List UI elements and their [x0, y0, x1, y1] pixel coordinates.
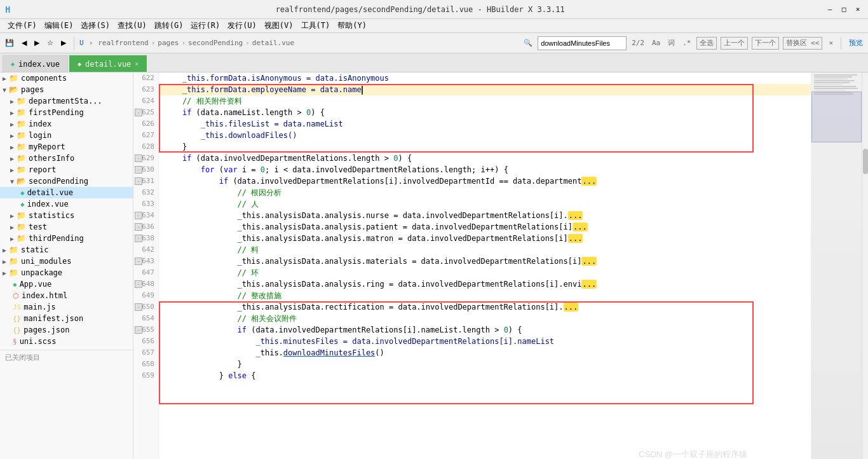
collapse-648[interactable]: -	[135, 280, 142, 288]
sidebar-item-index-vue[interactable]: ◆ index.vue	[0, 198, 133, 210]
breadcrumb-secondpending[interactable]: secondPending	[188, 39, 243, 47]
folder-icon: 📁	[17, 120, 26, 128]
prev-button[interactable]: 上一个	[721, 37, 748, 50]
sidebar-item-uni-modules[interactable]: 📁 uni_modules	[0, 256, 133, 267]
menu-tools[interactable]: 工具(T)	[299, 20, 333, 31]
collapse-638[interactable]: -	[135, 235, 142, 242]
collapse-634[interactable]: -	[135, 212, 142, 219]
sidebar-item-othersinfo[interactable]: 📁 othersInfo	[0, 153, 133, 164]
sidebar-item-thirdpending[interactable]: 📁 thirdPending	[0, 233, 133, 244]
scrollbar-thumb[interactable]	[863, 149, 868, 174]
menu-file[interactable]: 文件(F)	[5, 20, 39, 31]
search-word[interactable]: 词	[665, 38, 677, 48]
search-input[interactable]	[538, 36, 627, 50]
breadcrumb-pages[interactable]: pages	[158, 39, 179, 47]
sidebar-item-secondpending[interactable]: 📂 secondPending	[0, 175, 133, 187]
breadcrumb-realfrontend[interactable]: realfrontend	[98, 39, 148, 47]
menu-jump[interactable]: 跳转(G)	[152, 20, 186, 31]
sidebar-item-main-js[interactable]: JS main.js	[0, 301, 133, 313]
menu-view[interactable]: 视图(V)	[262, 20, 296, 31]
sidebar-item-departmentsta[interactable]: 📁 departmentSta...	[0, 95, 133, 107]
search-regex[interactable]: .*	[680, 39, 693, 47]
select-all-button[interactable]: 全选	[696, 37, 717, 50]
minimap-viewport[interactable]	[811, 92, 862, 142]
html-icon: ⬡	[13, 292, 19, 300]
vertical-scrollbar[interactable]	[862, 72, 868, 459]
collapse-631[interactable]: -	[135, 177, 142, 185]
code-text: _this.downloadFiles()	[164, 130, 297, 141]
sidebar-item-test[interactable]: 📁 test	[0, 221, 133, 233]
toolbar-forward[interactable]: ▶	[32, 36, 42, 51]
scss-icon: §	[13, 338, 17, 346]
tab-index-icon: ◆	[11, 60, 15, 67]
toolbar-bookmark[interactable]: ☆	[44, 36, 56, 51]
sidebar-item-unpackage[interactable]: 📁 unpackage	[0, 267, 133, 278]
sidebar-item-app-vue[interactable]: ◆ App.vue	[0, 278, 133, 290]
line-654: 654	[133, 313, 158, 324]
menu-help[interactable]: 帮助(Y)	[335, 20, 369, 31]
sidebar-item-firstpending[interactable]: 📁 firstPending	[0, 107, 133, 118]
collapse-650[interactable]: -	[135, 303, 142, 311]
sidebar-item-components[interactable]: 📁 components	[0, 72, 133, 84]
sidebar-item-uni-scss[interactable]: § uni.scss	[0, 336, 133, 347]
folder-icon: 📁	[9, 74, 18, 83]
sidebar-item-login[interactable]: 📁 login	[0, 130, 133, 141]
sidebar-item-manifest-json[interactable]: {} manifest.json	[0, 313, 133, 324]
collapse-625[interactable]: -	[135, 109, 142, 116]
sidebar-item-myreport[interactable]: 📁 myReport	[0, 141, 133, 153]
minimap-line	[814, 88, 858, 89]
sep3: ›	[181, 39, 186, 47]
maximize-button[interactable]: □	[839, 4, 849, 15]
code-line-625: if (data.nameList.length > 0) {	[159, 107, 811, 118]
menu-edit[interactable]: 编辑(E)	[42, 20, 76, 31]
toolbar-run[interactable]: ▶	[58, 36, 69, 51]
code-line-632: // 根因分析	[159, 187, 811, 198]
sidebar-item-pages[interactable]: 📂 pages	[0, 84, 133, 95]
sidebar-item-pages-json[interactable]: {} pages.json	[0, 324, 133, 336]
replace-button[interactable]: 替换区 <<	[783, 37, 823, 50]
tab-close-button[interactable]: ×	[135, 60, 139, 67]
collapse-636[interactable]: -	[135, 223, 142, 231]
line-656: 656	[133, 336, 158, 347]
code-line-647: // 环	[159, 267, 811, 278]
vue-icon: ◆	[20, 189, 25, 197]
search-close-button[interactable]: ×	[826, 37, 836, 50]
menu-select[interactable]: 选择(S)	[78, 20, 112, 31]
next-button[interactable]: 下一个	[752, 37, 779, 50]
collapse-643[interactable]: -	[135, 257, 142, 265]
minimize-button[interactable]: —	[825, 4, 835, 15]
code-content[interactable]: _this.formData.isAnonymous = data.isAnon…	[159, 72, 811, 459]
code-line-627: _this.downloadFiles()	[159, 130, 811, 141]
collapse-629[interactable]: -	[135, 154, 142, 162]
tab-detail-vue[interactable]: ◆ detail.vue ×	[69, 55, 147, 72]
menu-bar: 文件(F) 编辑(E) 选择(S) 查找(U) 跳转(G) 运行(R) 发行(U…	[0, 19, 868, 33]
sidebar-item-static[interactable]: 📁 static	[0, 244, 133, 256]
code-line-629: if (data.involvedDepartmentRelations.len…	[159, 153, 811, 164]
code-text: _this.downloadMinutesFiles()	[164, 347, 384, 359]
tab-index-vue[interactable]: ◆ index.vue	[3, 55, 68, 72]
window-controls[interactable]: — □ ×	[825, 4, 863, 15]
sidebar-item-statistics[interactable]: 📁 statistics	[0, 210, 133, 221]
json-icon: {}	[13, 315, 21, 323]
sidebar-item-detail-vue[interactable]: ◆ detail.vue	[0, 187, 133, 198]
collapse-630[interactable]: -	[135, 166, 142, 174]
sidebar-item-index-html[interactable]: ⬡ index.html	[0, 290, 133, 301]
toolbar-back[interactable]: ◀	[19, 36, 29, 51]
menu-run[interactable]: 运行(R)	[188, 20, 222, 31]
minimap-line	[814, 92, 851, 93]
menu-publish[interactable]: 发行(U)	[225, 20, 259, 31]
sidebar-label: secondPending	[29, 177, 88, 186]
minimap[interactable]	[811, 72, 862, 459]
sidebar-item-index[interactable]: 📁 index	[0, 118, 133, 130]
preview-button[interactable]: 预览	[846, 37, 865, 50]
toolbar-save[interactable]: 💾	[3, 36, 17, 51]
search-aa[interactable]: Aa	[649, 39, 663, 47]
close-button[interactable]: ×	[853, 4, 863, 15]
breadcrumb-file[interactable]: detail.vue	[252, 39, 294, 47]
minimap-lines	[811, 72, 862, 97]
menu-find[interactable]: 查找(U)	[115, 20, 149, 31]
code-line-638: _this.analysisData.analysis.matron = dat…	[159, 233, 811, 244]
collapse-655[interactable]: -	[135, 326, 142, 334]
sidebar-item-report[interactable]: 📁 report	[0, 164, 133, 175]
arrow-icon	[10, 132, 14, 139]
